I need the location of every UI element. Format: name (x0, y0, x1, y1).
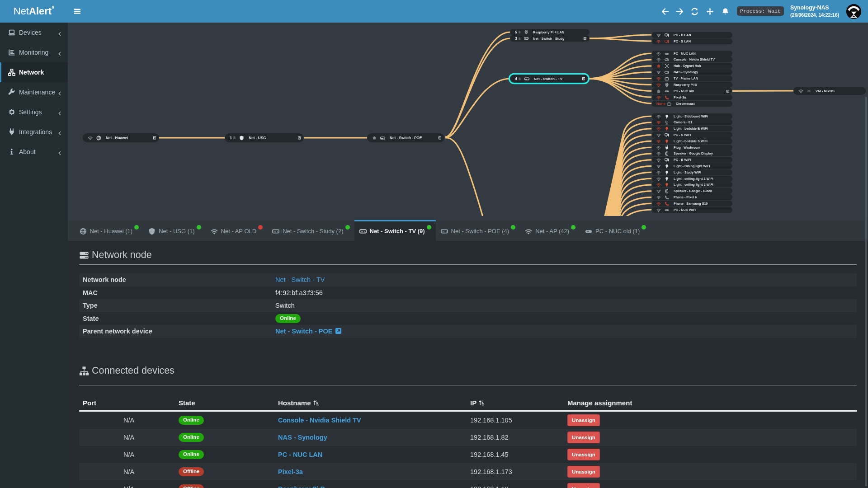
graph-node-speaker-google-display[interactable]: Speaker - Google Display (651, 150, 732, 156)
graph-node-hub-cygnet-hub[interactable]: Hub - Cygnet Hub (651, 63, 732, 69)
graph-node-vm-nixos[interactable]: VM - NixOS (793, 87, 866, 95)
wifi-icon (656, 114, 661, 118)
sidebar-item-network[interactable]: Network (0, 62, 68, 82)
page-scrollbar[interactable] (865, 97, 867, 486)
graph-node-pc-nuc-wifi[interactable]: PC - NUC WiFi (651, 207, 732, 213)
device-hostname-link[interactable]: Console - Nvidia Shield TV (278, 417, 361, 424)
unassign-button[interactable]: Unassign (567, 414, 600, 426)
sidebar-item-monitoring[interactable]: Monitoring (0, 42, 68, 62)
graph-node-phone-pixel-6[interactable]: Phone - Pixel 6 (651, 194, 732, 200)
wifi-icon (656, 51, 661, 56)
wifi-icon (211, 228, 218, 235)
sidebar-item-maintenance[interactable]: Maintenance (0, 82, 68, 102)
graph-node-tv-frame-lan[interactable]: TV - Frame LAN (651, 75, 732, 81)
node-label: Plug - Washroom (674, 145, 700, 150)
network-topology-graph[interactable]: Net - Huawei1Net - USGNet - Switch - POE… (68, 23, 868, 220)
graph-node-net-switch-tv[interactable]: 4Net - Switch - TV (510, 75, 588, 83)
sidebar-item-settings[interactable]: Settings (0, 102, 68, 122)
graph-node-net-switch-poe[interactable]: Net - Switch - POE (367, 133, 444, 142)
tab-net-ap-42[interactable]: Net - AP (42) (520, 220, 580, 241)
shield-icon (148, 228, 156, 235)
node-link[interactable]: Net - Switch - TV (275, 276, 325, 283)
graph-node-console-nvidia-shield-tv[interactable]: Console - Nvidia Shield TV (651, 56, 732, 62)
unassign-button[interactable]: Unassign (567, 483, 600, 488)
graph-node-net-huawei[interactable]: Net - Huawei (83, 133, 159, 142)
graph-node-light-dining-light-wifi[interactable]: Light - Dining light WiFi (651, 163, 732, 169)
wifi-icon (656, 127, 661, 131)
graph-node-pc-nuc-old[interactable]: PC - NUC old (651, 88, 732, 94)
topology-edge (446, 32, 510, 137)
graph-node-light-sideboard-wifi[interactable]: Light - Sideboard WiFi (651, 113, 732, 119)
device-hostname-link[interactable]: Raspberry Pi B (278, 485, 325, 488)
notifications-button[interactable] (722, 8, 729, 15)
column-header-ip[interactable]: IP (470, 399, 567, 407)
node-label: Speaker - Google - Black (674, 189, 712, 193)
graph-node-speaker-google-black[interactable]: Speaker - Google - Black (651, 188, 732, 194)
tab-label: Net - AP (42) (535, 228, 569, 235)
graph-node-raspberry-pi-4-lan[interactable]: 5Raspberry Pi 4 LAN (510, 29, 590, 35)
device-hostname-link[interactable]: Pixel-3a (278, 468, 303, 475)
wifi-icon (656, 151, 661, 156)
snow-icon (807, 89, 811, 93)
sitemap2-icon (8, 69, 15, 76)
graph-node-net-switch-study[interactable]: 3Net - Switch - Study (510, 35, 590, 42)
graph-node-pc-s-wifi[interactable]: PC - S WiFi (651, 132, 732, 138)
device-hostname-link[interactable]: PC - NUC LAN (278, 451, 322, 458)
tab-net-switch-poe-4[interactable]: Net - Switch - POE (4) (436, 220, 520, 241)
move-button[interactable] (706, 8, 714, 15)
sidebar-item-about[interactable]: About (0, 142, 68, 162)
external-link-icon[interactable] (335, 328, 342, 334)
column-header-hostname[interactable]: Hostname (278, 399, 470, 407)
topology-edges (68, 23, 868, 216)
wifi-icon (656, 70, 661, 75)
refresh-button[interactable] (691, 8, 698, 15)
chevron-left-icon (57, 130, 62, 134)
tab-net-huawei-1[interactable]: Net - Huawei (1) (75, 220, 144, 241)
graph-node-nas-synology[interactable]: NAS - Synology (651, 69, 732, 75)
sort-icon[interactable] (478, 399, 485, 406)
graph-node-raspberry-pi-b[interactable]: Raspberry Pi B (651, 82, 732, 88)
graph-node-pc-nuc-lan[interactable]: PC - NUC LAN (651, 51, 732, 56)
tab-label: Net - AP OLD (221, 228, 257, 235)
graph-node-pc-s-lan[interactable]: PC - S LAN (651, 38, 732, 44)
sidebar-menu: DevicesMonitoringNetworkMaintenanceSetti… (0, 23, 68, 162)
graph-node-chromecast[interactable]: NoneChromecast (651, 101, 732, 107)
graph-node-net-usg[interactable]: 1Net - USG (225, 133, 304, 142)
graph-node-light-bedside-s-wifi[interactable]: Light - bedside S WiFi (651, 138, 732, 144)
avatar[interactable] (846, 4, 861, 19)
tab-net-ap-old[interactable]: Net - AP OLD (206, 220, 268, 241)
graph-node-light-bedside-b-wifi[interactable]: Light - bedside B WiFi (651, 126, 732, 131)
eth-icon (665, 207, 669, 212)
graph-node-light-study-wifi[interactable]: Light - Study WiFi (651, 169, 732, 175)
camera-icon (665, 120, 669, 125)
parent-node-link[interactable]: Net - Switch - POE (275, 328, 333, 335)
graph-node-pixel-3a[interactable]: Pixel-3a (651, 94, 732, 100)
sort-icon[interactable] (313, 399, 320, 406)
graph-node-light-ceiling-light-1-wifi[interactable]: Light - ceiling-light-1 WiFi (651, 176, 732, 182)
nav-forward-button[interactable] (676, 8, 684, 15)
status-dot (511, 225, 515, 230)
graph-node-light-ceiling-light-2-wifi[interactable]: Light - ceiling-light-2 WiFi (651, 182, 732, 188)
graph-node-pc-b-lan[interactable]: PC - B LAN (651, 32, 732, 38)
tab-net-usg-1[interactable]: Net - USG (1) (144, 220, 206, 241)
unassign-button[interactable]: Unassign (567, 432, 600, 443)
graph-node-pc-b-wifi[interactable]: PC - B WiFi (651, 157, 732, 163)
sidebar-item-label: Settings (19, 108, 57, 116)
sidebar-item-devices[interactable]: Devices (0, 23, 68, 42)
server-info[interactable]: Synology-NAS (26/06/2024, 14:22:16) (790, 4, 839, 19)
unassign-button[interactable]: Unassign (567, 449, 600, 460)
tab-net-switch-tv-9[interactable]: Net - Switch - TV (9) (354, 220, 436, 241)
network-node-section-header: Network node (79, 249, 152, 261)
info-icon (8, 148, 15, 155)
tab-net-switch-study-2[interactable]: Net - Switch - Study (2) (268, 220, 354, 241)
node-label: PC - S LAN (674, 39, 691, 43)
graph-node-camera-e1[interactable]: Camera - E1 (651, 119, 732, 125)
nav-back-button[interactable] (661, 8, 669, 15)
graph-node-phone-samsung-s10[interactable]: Phone - Samsung S10 (651, 201, 732, 206)
tab-pc-nuc-old-1[interactable]: PC - NUC old (1) (580, 220, 651, 241)
sidebar-item-integrations[interactable]: Integrations (0, 122, 68, 142)
unassign-button[interactable]: Unassign (567, 466, 600, 478)
sort-icon (478, 399, 485, 406)
device-hostname-link[interactable]: NAS - Synology (278, 434, 327, 441)
graph-node-plug-washroom[interactable]: Plug - Washroom (651, 145, 732, 150)
